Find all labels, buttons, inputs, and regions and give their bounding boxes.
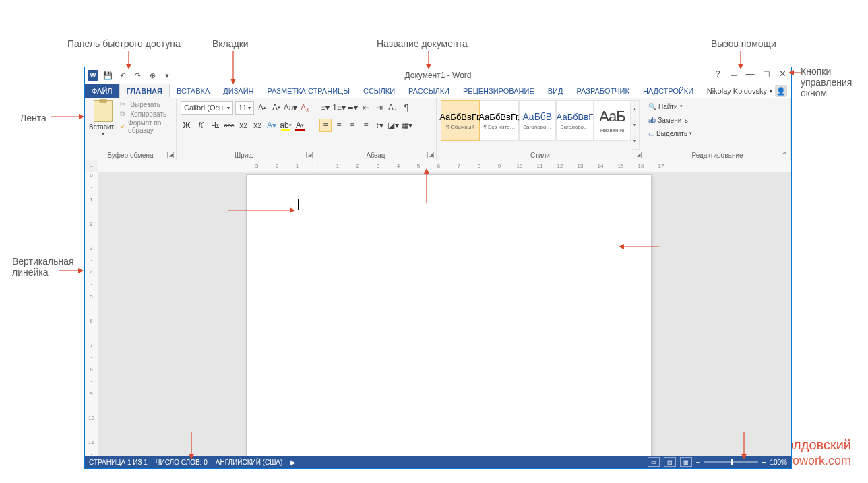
- zoom-level[interactable]: 100%: [770, 459, 787, 466]
- status-words[interactable]: ЧИСЛО СЛОВ: 0: [156, 459, 208, 466]
- format-painter-button[interactable]: ✔Формат по образцу: [120, 119, 172, 134]
- strikethrough-button[interactable]: abc: [223, 119, 235, 132]
- multilevel-list-button[interactable]: ≣▾: [346, 101, 359, 115]
- tab-view[interactable]: ВИД: [541, 84, 570, 98]
- arrow-wincontrols: [788, 69, 802, 77]
- style-normal[interactable]: АаБбВвГг, ¶ Обычный: [441, 100, 480, 141]
- increase-indent-button[interactable]: ⇥: [373, 101, 385, 115]
- copy-button[interactable]: ⧉Копировать: [120, 110, 172, 118]
- arrow-tabs: [229, 51, 237, 84]
- styles-dialog-launcher[interactable]: ◢: [635, 152, 642, 158]
- styles-gallery-scroll[interactable]: ▴▾▾: [631, 100, 640, 150]
- select-button[interactable]: ▭Выделить▾: [648, 127, 786, 139]
- annotation-tabs: Вкладки: [212, 38, 249, 49]
- decrease-indent-button[interactable]: ⇤: [360, 101, 372, 115]
- tab-review[interactable]: РЕЦЕНЗИРОВАНИЕ: [456, 84, 541, 98]
- zoom-slider[interactable]: [704, 461, 758, 463]
- status-language[interactable]: АНГЛИЙСКИЙ (США): [216, 459, 283, 466]
- view-web-layout[interactable]: ▦: [680, 457, 692, 467]
- cut-button[interactable]: ✂Вырезать: [120, 100, 172, 108]
- group-label-paragraph: Абзац: [315, 152, 436, 159]
- help-icon[interactable]: ?: [712, 67, 724, 79]
- group-clipboard: Вставить ▾ ✂Вырезать ⧉Копировать ✔Формат…: [85, 98, 177, 160]
- subscript-button[interactable]: x2: [237, 119, 249, 132]
- font-size-combo[interactable]: 11▾: [235, 101, 254, 115]
- font-family-combo[interactable]: Calibri (Осн▾: [181, 101, 233, 115]
- tab-addins[interactable]: НАДСТРОЙКИ: [636, 84, 700, 98]
- arrow-title: [425, 51, 433, 69]
- bold-button[interactable]: Ж: [181, 119, 193, 132]
- collapse-ribbon-icon[interactable]: ⌃: [782, 151, 787, 158]
- clear-formatting-button[interactable]: Aᵪ: [299, 101, 311, 115]
- svg-marker-5: [426, 64, 431, 69]
- group-label-styles: Стили: [437, 152, 644, 159]
- align-center-button[interactable]: ≡: [333, 119, 345, 132]
- show-marks-button[interactable]: ¶: [400, 101, 412, 115]
- status-page[interactable]: СТРАНИЦА 1 ИЗ 1: [89, 459, 148, 466]
- touch-mode-icon[interactable]: ⊕: [147, 70, 158, 81]
- font-dialog-launcher[interactable]: ◢: [306, 152, 313, 158]
- maximize-icon[interactable]: ◻: [760, 67, 772, 79]
- clipboard-dialog-launcher[interactable]: ◢: [167, 152, 174, 158]
- svg-marker-13: [290, 207, 295, 213]
- underline-button[interactable]: Ч▾: [209, 119, 221, 132]
- replace-button[interactable]: abЗаменить: [648, 114, 786, 126]
- annotation-help: Вызов помощи: [711, 38, 776, 49]
- redo-icon[interactable]: ↷: [132, 70, 143, 81]
- svg-marker-11: [79, 114, 84, 119]
- paste-button[interactable]: Вставить ▾: [89, 100, 117, 137]
- zoom-out-icon[interactable]: −: [696, 459, 700, 466]
- minimize-icon[interactable]: —: [744, 67, 756, 79]
- change-case-button[interactable]: Aa▾: [284, 101, 297, 115]
- document-title: Документ1 - Word: [85, 71, 791, 80]
- window-controls: ? ▭ — ◻ ✕: [712, 67, 788, 79]
- italic-button[interactable]: К: [195, 119, 207, 132]
- vertical-ruler[interactable]: 0·1·2·3·4·5·6·7·8·9·10·11·12·: [85, 172, 98, 456]
- view-print-layout[interactable]: ▤: [664, 457, 676, 467]
- tab-home[interactable]: ГЛАВНАЯ: [119, 84, 170, 98]
- user-name: Nikolay Koldovsky: [707, 87, 767, 95]
- tab-page-layout[interactable]: РАЗМЕТКА СТРАНИЦЫ: [260, 84, 356, 98]
- text-effects-button[interactable]: A▾: [266, 119, 278, 132]
- style-heading2[interactable]: АаБбВвГ Заголово…: [556, 100, 594, 141]
- bullets-button[interactable]: ≡▾: [319, 101, 332, 115]
- view-read-mode[interactable]: ▭: [648, 457, 660, 467]
- find-button[interactable]: 🔍Найти▾: [648, 100, 786, 112]
- tab-insert[interactable]: ВСТАВКА: [170, 84, 216, 98]
- save-icon[interactable]: 💾: [102, 70, 113, 81]
- shrink-font-button[interactable]: A▾: [270, 101, 282, 115]
- close-icon[interactable]: ✕: [776, 67, 788, 79]
- font-color-button[interactable]: A▾: [294, 119, 306, 132]
- annotation-v-ruler: Вертикальная линейка: [12, 256, 59, 278]
- undo-icon[interactable]: ↶: [117, 70, 128, 81]
- grow-font-button[interactable]: A▴: [256, 101, 268, 115]
- user-area[interactable]: Nikolay Koldovsky ▾ 👤: [707, 84, 787, 98]
- highlight-button[interactable]: ab▾: [280, 119, 292, 132]
- tab-design[interactable]: ДИЗАЙН: [216, 84, 260, 98]
- qat-customize-icon[interactable]: ▾: [162, 70, 173, 81]
- status-macro-icon[interactable]: ▶: [290, 459, 296, 466]
- zoom-in-icon[interactable]: +: [762, 459, 766, 466]
- sort-button[interactable]: A↓: [387, 101, 399, 115]
- superscript-button[interactable]: x2: [251, 119, 264, 132]
- tab-developer[interactable]: РАЗРАБОТЧИК: [569, 84, 636, 98]
- line-spacing-button[interactable]: ↕▾: [373, 119, 385, 132]
- borders-button[interactable]: ▦▾: [400, 119, 412, 132]
- paragraph-dialog-launcher[interactable]: ◢: [427, 152, 434, 158]
- align-left-button[interactable]: ≡: [319, 119, 332, 132]
- word-app-icon: W: [88, 70, 98, 81]
- document-page[interactable]: [247, 175, 651, 456]
- svg-marker-21: [189, 454, 194, 459]
- style-title[interactable]: АаБ Название: [594, 100, 631, 141]
- brush-icon: ✔: [120, 123, 126, 131]
- style-no-spacing[interactable]: АаБбВвГг, ¶ Без инте…: [480, 100, 519, 141]
- tab-references[interactable]: ССЫЛКИ: [356, 84, 402, 98]
- shading-button[interactable]: ◪▾: [387, 119, 399, 132]
- numbering-button[interactable]: 1≡▾: [333, 101, 345, 115]
- style-heading1[interactable]: АаБбВ Заголово…: [519, 100, 556, 141]
- tab-file[interactable]: ФАЙЛ: [85, 84, 119, 98]
- horizontal-ruler[interactable]: ·3··2··1··│··1··2··3··4··5··6··7··8··9··…: [98, 160, 791, 172]
- align-justify-button[interactable]: ≡: [360, 119, 372, 132]
- align-right-button[interactable]: ≡: [346, 119, 359, 132]
- tab-mailings[interactable]: РАССЫЛКИ: [402, 84, 456, 98]
